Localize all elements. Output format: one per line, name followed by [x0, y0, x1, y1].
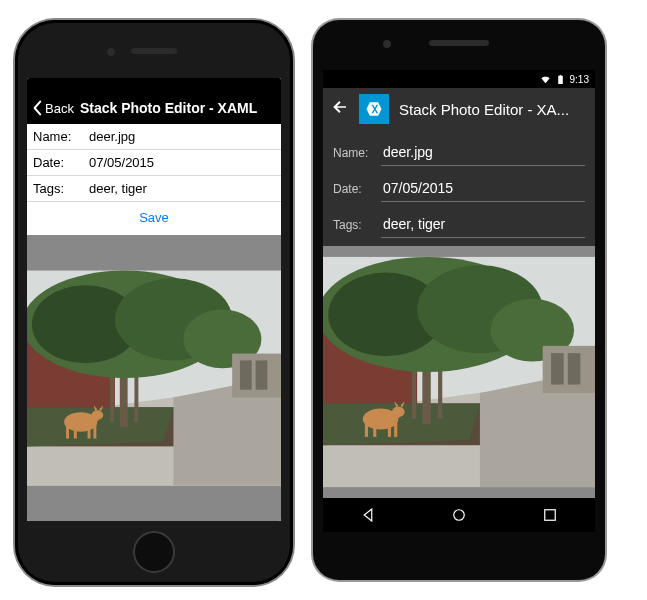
chevron-left-icon: [31, 100, 43, 116]
android-action-bar: Stack Photo Editor - XA...: [323, 88, 595, 130]
battery-icon: [555, 74, 566, 85]
ios-save-button[interactable]: Save: [27, 202, 281, 235]
android-back-button[interactable]: [331, 98, 349, 120]
svg-point-29: [454, 510, 465, 521]
nav-back-icon[interactable]: [359, 506, 377, 524]
ios-name-field[interactable]: deer.jpg: [85, 129, 281, 144]
android-date-field[interactable]: 07/05/2015: [381, 178, 585, 202]
nav-home-icon[interactable]: [450, 506, 468, 524]
android-speaker: [429, 40, 489, 46]
iphone-screen: Back Stack Photo Editor - XAML Name: dee…: [27, 78, 281, 521]
android-tags-label: Tags:: [333, 218, 381, 238]
ios-content: Name: deer.jpg Date: 07/05/2015 Tags: de…: [27, 124, 281, 521]
iphone-device-frame: Back Stack Photo Editor - XAML Name: dee…: [15, 20, 293, 585]
ios-nav-title: Stack Photo Editor - XAML: [80, 100, 277, 116]
android-nav-title: Stack Photo Editor - XA...: [399, 101, 587, 118]
ios-tags-field[interactable]: deer, tiger: [85, 181, 281, 196]
android-photo: [323, 246, 595, 498]
android-name-row: Name: deer.jpg: [323, 130, 595, 166]
iphone-camera: [107, 48, 115, 56]
android-camera: [383, 40, 391, 48]
ios-status-bar: [27, 78, 281, 92]
android-status-time: 9:13: [570, 74, 589, 85]
android-name-label: Name:: [333, 146, 381, 166]
ios-name-row: Name: deer.jpg: [27, 124, 281, 150]
ios-name-label: Name:: [27, 129, 85, 144]
iphone-speaker: [131, 48, 177, 54]
android-date-row: Date: 07/05/2015: [323, 166, 595, 202]
photo-image: [323, 246, 595, 498]
xamarin-icon: [364, 99, 384, 119]
ios-date-field[interactable]: 07/05/2015: [85, 155, 281, 170]
android-tags-field[interactable]: deer, tiger: [381, 214, 585, 238]
android-screen: 9:13 Stack Photo Editor - XA... Name: de…: [323, 70, 595, 532]
svg-rect-28: [559, 74, 561, 75]
wifi-icon: [540, 74, 551, 85]
ios-photo: [27, 235, 281, 521]
android-content: Name: deer.jpg Date: 07/05/2015 Tags: de…: [323, 130, 595, 498]
ios-date-label: Date:: [27, 155, 85, 170]
ios-date-row: Date: 07/05/2015: [27, 150, 281, 176]
android-tags-row: Tags: deer, tiger: [323, 202, 595, 238]
arrow-left-icon: [331, 98, 349, 116]
ios-nav-bar: Back Stack Photo Editor - XAML: [27, 92, 281, 124]
ios-back-button[interactable]: Back: [31, 100, 74, 116]
nav-recent-icon[interactable]: [541, 506, 559, 524]
android-device-frame: 9:13 Stack Photo Editor - XA... Name: de…: [313, 20, 605, 580]
photo-image: [27, 235, 281, 521]
xamarin-logo: [359, 94, 389, 124]
iphone-home-button[interactable]: [133, 531, 175, 573]
svg-rect-27: [558, 75, 563, 83]
android-system-nav: [323, 498, 595, 532]
android-name-field[interactable]: deer.jpg: [381, 142, 585, 166]
svg-rect-30: [544, 510, 555, 521]
ios-tags-row: Tags: deer, tiger: [27, 176, 281, 202]
ios-back-label: Back: [45, 101, 74, 116]
android-status-bar: 9:13: [323, 70, 595, 88]
ios-tags-label: Tags:: [27, 181, 85, 196]
android-date-label: Date:: [333, 182, 381, 202]
